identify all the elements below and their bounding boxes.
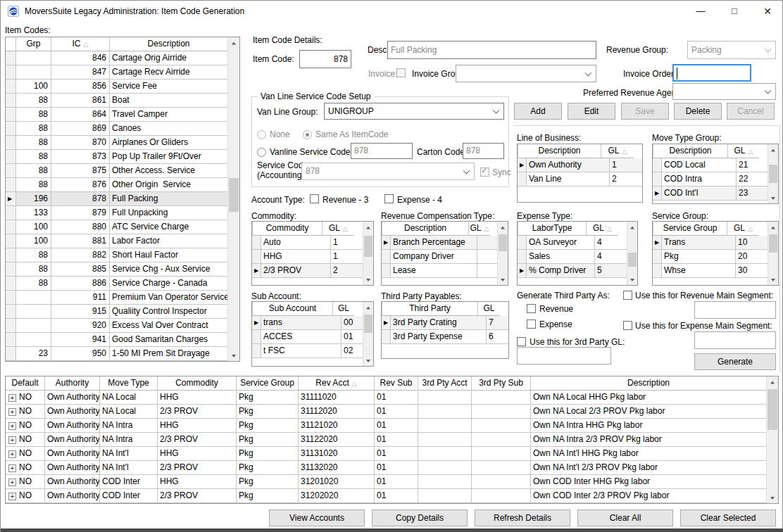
cell-desc[interactable]: Airplanes Or Gliders <box>110 136 227 150</box>
cell-p3a[interactable] <box>418 419 472 433</box>
scrollbar-thumb[interactable] <box>628 253 637 267</box>
cell-auth[interactable]: Own Authority <box>45 391 100 405</box>
cell-auth[interactable]: Own Authority <box>45 433 100 447</box>
cell-ic[interactable]: 911 <box>51 291 110 305</box>
cell-def[interactable]: +NO <box>6 447 45 461</box>
cell-p3a[interactable] <box>418 489 472 503</box>
cell-desc[interactable]: Full Unpacking <box>110 206 227 220</box>
cell-move[interactable]: NA Local <box>100 391 158 405</box>
cell-c1[interactable]: Trans <box>662 236 736 250</box>
table-row[interactable]: +NOOwn AuthorityNA Intra2/3 PROVPkg31122… <box>6 433 778 447</box>
scrollbar-thumb[interactable] <box>769 165 777 183</box>
cell-sg[interactable]: Pkg <box>237 405 299 419</box>
cell-grp[interactable]: 100 <box>16 234 51 248</box>
cell-ic[interactable]: 880 <box>51 220 110 234</box>
cell-c1[interactable]: % Comp Driver <box>527 264 595 278</box>
table-row[interactable]: Van Line2 <box>518 172 642 186</box>
item-code-field[interactable]: 878 <box>299 50 351 68</box>
cell-c2[interactable] <box>477 250 499 264</box>
description-column-header[interactable]: Description <box>110 37 227 51</box>
cell-ic[interactable]: 882 <box>51 248 110 262</box>
cell-revsub[interactable]: 01 <box>375 433 418 447</box>
cell-desc[interactable]: Own NA Local HHG Pkg labor <box>531 391 766 405</box>
cell-auth[interactable]: Own Authority <box>45 489 100 503</box>
cell-grp[interactable] <box>16 65 51 80</box>
cell-desc[interactable]: Other Access. Service <box>110 164 227 178</box>
cell-revsub[interactable]: 01 <box>375 461 418 475</box>
table-row[interactable]: 88882Short Haul Factor <box>6 248 239 262</box>
cell-ic[interactable]: 856 <box>51 80 110 94</box>
cell-sg[interactable]: Pkg <box>237 475 299 489</box>
invoice-checkbox[interactable] <box>396 68 406 77</box>
cell-grp[interactable]: 88 <box>16 94 51 108</box>
cell-p3s[interactable] <box>472 447 531 461</box>
cell-p3s[interactable] <box>472 419 531 433</box>
cell-c1[interactable]: Lease <box>391 264 477 278</box>
table-row[interactable]: 88886Service Charge - Canada <box>6 277 239 291</box>
labortype-column-header[interactable]: LaborType <box>518 222 587 236</box>
table-row[interactable]: 915Qualiity Control Inspector <box>6 305 239 319</box>
cell-sg[interactable]: Pkg <box>237 391 299 405</box>
cell-comm[interactable]: HHG <box>158 447 237 461</box>
cell-desc[interactable]: Short Haul Factor <box>110 248 227 262</box>
cell-c2[interactable]: 7 <box>487 316 508 330</box>
table-row[interactable]: 3rd Party Expense6 <box>382 330 508 344</box>
expense-type-scrollbar[interactable] <box>627 222 637 285</box>
expense-main-segment-field[interactable] <box>694 331 776 349</box>
cell-grp[interactable]: 88 <box>16 262 51 277</box>
cell-comm[interactable]: 2/3 PROV <box>158 489 237 503</box>
table-row[interactable]: Whse30 <box>653 264 778 278</box>
cell-desc[interactable]: Travel Camper <box>110 108 227 122</box>
cell-def[interactable]: +NO <box>6 433 45 447</box>
table-row[interactable]: 846Cartage Orig Airride <box>6 51 239 65</box>
scrollbar-thumb[interactable] <box>364 315 372 333</box>
cell-c1[interactable]: Own Authority <box>527 158 610 172</box>
revenue-3-checkbox[interactable] <box>310 194 319 203</box>
cell-sg[interactable]: Pkg <box>237 461 299 475</box>
table-row[interactable]: 100856Service Fee <box>6 80 239 94</box>
cell-c1[interactable]: 3rd Party Expense <box>391 330 487 344</box>
cell-c1[interactable]: COD Intra <box>662 172 737 186</box>
cell-def[interactable]: +NO <box>6 405 45 419</box>
cell-comm[interactable]: 2/3 PROV <box>158 405 237 419</box>
scrollbar-thumb[interactable] <box>499 234 507 251</box>
cell-grp[interactable]: 88 <box>16 164 51 178</box>
cell-desc[interactable]: Own NA Intra HHG Pkg labor <box>531 419 766 433</box>
cell-c2[interactable]: 5 <box>595 264 627 278</box>
add-button[interactable]: Add <box>514 103 562 120</box>
cell-p3a[interactable] <box>418 391 472 405</box>
cell-comm[interactable]: HHG <box>158 419 237 433</box>
cell-grp[interactable]: 88 <box>16 277 51 291</box>
use-3rd-party-gl-checkbox[interactable] <box>517 337 526 346</box>
use-expense-main-segment-checkbox[interactable] <box>623 321 632 330</box>
cell-c1[interactable]: HHG <box>261 250 331 264</box>
ic-column-header[interactable]: IC△ <box>51 37 110 51</box>
table-row[interactable]: ▶Branch Percentage <box>382 236 508 250</box>
cell-grp[interactable] <box>16 291 51 305</box>
cell-rev[interactable]: 31112020 <box>299 405 375 419</box>
cell-c2[interactable]: 20 <box>736 250 768 264</box>
cell-desc[interactable]: ATC Service Charge <box>110 220 227 234</box>
cell-def[interactable]: +NO <box>6 489 45 503</box>
same-as-itemcode-radio[interactable] <box>303 130 312 139</box>
invoice-group-select[interactable] <box>456 65 596 82</box>
service-group-column-header[interactable]: Service Group <box>237 376 299 391</box>
vanline-service-code-field[interactable]: 878 <box>351 143 413 159</box>
cell-c2[interactable]: 01 <box>342 330 363 344</box>
refresh-details-button[interactable]: Refresh Details <box>475 509 570 526</box>
gl-column-header[interactable]: GL <box>478 302 500 316</box>
scroll-up-icon[interactable] <box>363 222 373 232</box>
cell-p3s[interactable] <box>472 433 531 447</box>
cell-p3s[interactable] <box>472 475 531 489</box>
service-group-scrollbar[interactable] <box>768 222 778 285</box>
table-row[interactable]: Auto1 <box>252 236 373 250</box>
cell-c2[interactable]: 30 <box>736 264 768 278</box>
cell-ic[interactable]: 920 <box>51 319 110 333</box>
cell-grp[interactable]: 88 <box>16 122 51 136</box>
expand-icon[interactable]: + <box>8 436 16 444</box>
3rd-pty-sub-column-header[interactable]: 3rd Pty Sub <box>472 376 531 391</box>
cell-p3a[interactable] <box>418 405 472 419</box>
table-row[interactable]: 100880ATC Service Charge <box>6 220 239 234</box>
cell-p3a[interactable] <box>418 447 472 461</box>
cell-grp[interactable] <box>16 305 51 319</box>
